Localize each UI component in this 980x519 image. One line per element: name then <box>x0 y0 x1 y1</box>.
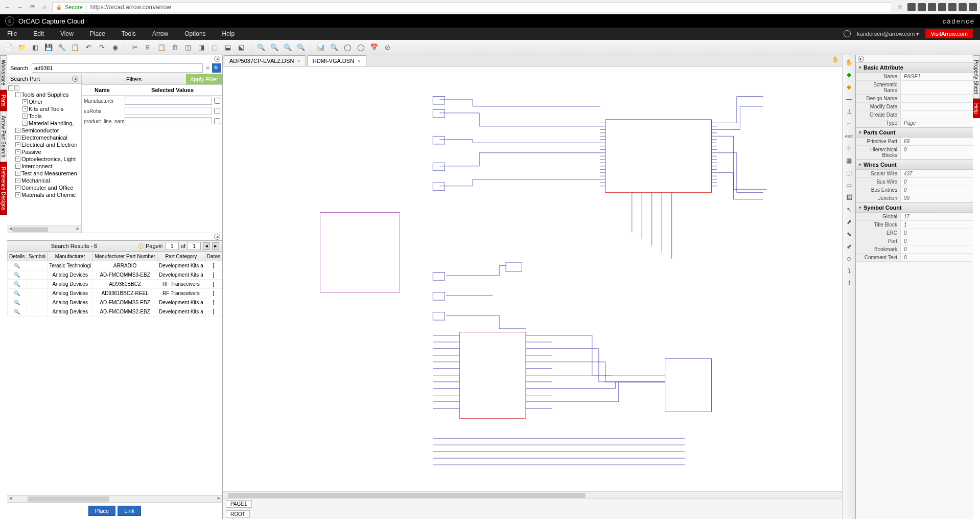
tree-expander-icon[interactable]: + <box>22 114 28 119</box>
place-button[interactable]: Place <box>88 506 116 516</box>
tree-expander-icon[interactable]: + <box>15 128 20 133</box>
tree-node[interactable]: + Computer and Office <box>8 184 80 191</box>
filter-value-input[interactable] <box>125 107 212 115</box>
property-section-header[interactable]: ▾ Basic Attribute <box>856 62 973 73</box>
ext-icon[interactable] <box>907 3 916 11</box>
tree-expander-icon[interactable]: + <box>15 135 20 140</box>
visit-arrow-button[interactable]: VisitArrow.com <box>925 29 973 38</box>
filter-checkbox[interactable] <box>214 108 220 114</box>
filter-value-input[interactable] <box>125 117 212 125</box>
star-icon[interactable]: ☆ <box>895 3 904 12</box>
user-email[interactable]: kandersen@arrow.com ▾ <box>857 31 919 37</box>
menu-edit[interactable]: Edit <box>33 30 44 37</box>
results-column-header[interactable]: Symbol <box>27 252 47 261</box>
reload-icon[interactable]: ⟳ <box>28 3 37 12</box>
tool-icon[interactable]: ⤵ <box>844 266 854 276</box>
tool-icon[interactable]: ╪ <box>844 143 854 153</box>
tree-scrollbar[interactable]: ◄► <box>7 225 81 233</box>
tool-icon[interactable]: ⊘ <box>382 42 393 53</box>
ext-icon[interactable] <box>969 3 977 11</box>
results-column-header[interactable]: Details <box>8 252 27 261</box>
tool-icon[interactable]: ◆ <box>844 82 854 92</box>
tool-icon[interactable]: ◫ <box>182 42 194 53</box>
details-icon[interactable]: 🔍 <box>8 298 27 307</box>
results-column-header[interactable]: Manufacturer <box>48 252 93 261</box>
collapse-icon[interactable]: ▾ <box>859 130 861 135</box>
link-button[interactable]: Link <box>118 506 141 516</box>
tool-icon[interactable]: ⤴ <box>844 278 854 288</box>
results-column-header[interactable]: Datas <box>205 252 222 261</box>
delete-icon[interactable]: 🗑 <box>169 42 180 53</box>
menu-tools[interactable]: Tools <box>122 30 136 37</box>
tool-icon[interactable]: ⬓ <box>222 42 234 53</box>
side-tab-arrow-part-search[interactable]: Arrow Part Search <box>0 111 7 162</box>
results-column-header[interactable]: Part Category <box>157 252 205 261</box>
filter-checkbox[interactable] <box>214 98 220 104</box>
tool-icon[interactable]: ◆ <box>844 70 854 80</box>
save-icon[interactable]: 💾 <box>43 42 54 53</box>
pan-icon[interactable]: ✋ <box>844 57 854 67</box>
tree-expander-icon[interactable]: + <box>15 171 20 176</box>
ext-icon[interactable] <box>928 3 936 11</box>
tree-expander-icon[interactable]: + <box>15 185 20 190</box>
ext-icon[interactable] <box>948 3 956 11</box>
filter-value-input[interactable] <box>125 97 212 105</box>
canvas-scrollbar[interactable] <box>223 491 842 499</box>
redo-icon[interactable]: ↷ <box>96 42 107 53</box>
table-row[interactable]: 🔍Terasic TechnologiARRADIODevelopment Ki… <box>8 261 222 270</box>
property-section-header[interactable]: ▾ Wires Count <box>856 160 973 170</box>
page-current-input[interactable] <box>166 242 179 250</box>
zoom-area-icon[interactable]: 🔍 <box>295 42 307 53</box>
tree-node[interactable]: + Interconnect <box>8 163 80 170</box>
document-tab[interactable]: HDMI-VGA.DSN× <box>307 55 366 66</box>
text-icon[interactable]: ABC <box>844 131 854 141</box>
document-tab[interactable]: ADP5037CP-EVALZ.DSN× <box>224 55 306 66</box>
side-tab-reference-designs[interactable]: Reference Designs <box>0 162 7 215</box>
paste-icon[interactable]: 📋 <box>156 42 167 53</box>
ext-icon[interactable] <box>918 3 926 11</box>
menu-file[interactable]: File <box>7 30 17 37</box>
property-section-header[interactable]: ▾ Symbol Count <box>856 202 973 213</box>
table-row[interactable]: 🔍Analog DevicesAD9361BBCZRF Transceivers… <box>8 280 222 289</box>
new-icon[interactable]: 📄 <box>3 42 14 53</box>
user-avatar-icon[interactable] <box>844 30 851 37</box>
zoom-out-icon[interactable]: 🔍 <box>269 42 280 53</box>
tool-icon[interactable]: ⬚ <box>844 168 854 178</box>
tool-icon[interactable]: 🔍 <box>329 42 340 53</box>
ext-icon[interactable] <box>959 3 967 11</box>
close-tab-icon[interactable]: × <box>297 58 300 64</box>
tool-icon[interactable]: ⊥ <box>844 106 854 117</box>
tree-node[interactable]: + Electrical and Electron <box>8 141 80 148</box>
tool-icon[interactable]: ⌐ <box>844 119 854 129</box>
tool-icon[interactable]: ◯ <box>342 42 353 53</box>
collapse-icon[interactable]: ▾ <box>859 205 861 210</box>
tree-node[interactable]: + Passive <box>8 148 80 155</box>
tree-expander-icon[interactable]: - <box>8 85 13 91</box>
prev-page-button[interactable]: ◄ <box>203 242 210 250</box>
open-icon[interactable]: 📁 <box>16 42 28 53</box>
tool-icon[interactable]: ⬊ <box>844 229 854 239</box>
back-icon[interactable]: ← <box>3 3 12 12</box>
tree-expander-icon[interactable]: + <box>22 99 28 104</box>
next-page-button[interactable]: ► <box>212 242 219 250</box>
tool-icon[interactable]: ⬋ <box>844 241 854 252</box>
tool-icon[interactable]: ◨ <box>196 42 207 53</box>
tree-expander-icon[interactable]: + <box>22 121 28 126</box>
tree-expander-icon[interactable]: + <box>15 149 20 154</box>
home-icon[interactable]: ⌂ <box>40 3 49 12</box>
table-row[interactable]: 🔍Analog DevicesAD-FMCOMMS2-EBZDevelopmen… <box>8 307 222 317</box>
tree-expander-icon[interactable]: + <box>15 156 20 162</box>
tree-expander-icon[interactable]: + <box>15 178 20 183</box>
search-button[interactable]: 🔍 <box>212 63 221 73</box>
tree-expander-icon[interactable]: - <box>15 92 20 97</box>
copy-icon[interactable]: ⎘ <box>143 42 154 53</box>
menu-options[interactable]: Options <box>184 30 205 37</box>
results-scrollbar[interactable]: ◄► <box>7 495 222 502</box>
info-icon[interactable]: ⓘ <box>138 242 144 250</box>
clear-search-icon[interactable]: ✕ <box>204 65 211 72</box>
table-row[interactable]: 🔍Analog DevicesAD-FMCOMMS5-EBZDevelopmen… <box>8 298 222 307</box>
tree-node[interactable]: - Tools and Supplies <box>8 91 80 98</box>
tool-icon[interactable]: ↖ <box>844 205 854 215</box>
apply-filter-button[interactable]: Apply Filter <box>186 74 222 84</box>
zoom-fit-icon[interactable]: 🔍 <box>282 42 293 53</box>
